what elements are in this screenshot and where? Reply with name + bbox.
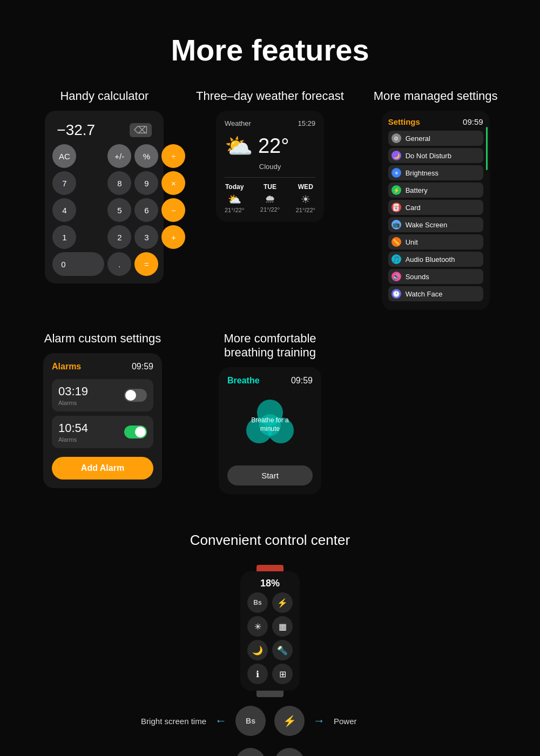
- breathe-section: More comfortable breathing training Brea…: [189, 332, 351, 494]
- calc-btn-5[interactable]: 5: [107, 198, 131, 222]
- calc-display: −32.7 ⌫: [52, 118, 156, 144]
- cc-btn-power[interactable]: ⚡: [274, 706, 305, 736]
- control-rows: Bright screen time ← Bs ⚡ → Power bright…: [81, 706, 459, 756]
- top-row: Handy calculator −32.7 ⌫ AC +/- % ÷ 7 8 …: [0, 89, 540, 310]
- calc-btn-ac[interactable]: AC: [52, 144, 76, 168]
- weather-time: 15:29: [298, 119, 315, 127]
- arrow-left-1: ←: [215, 714, 227, 728]
- calc-btn-6[interactable]: 6: [134, 198, 158, 222]
- cc-btn-qr[interactable]: ▦: [274, 748, 305, 756]
- settings-item-watchface[interactable]: 🕐 Watch Face: [388, 286, 483, 301]
- forecast-tue: TUE 🌧 21°/22°: [260, 183, 280, 213]
- alarm-time: 09:59: [132, 362, 153, 372]
- weather-temp: 22°: [258, 134, 289, 158]
- settings-item-dnd[interactable]: 🌙 Do Not Disturb: [388, 148, 483, 163]
- weather-label: Three–day weather forecast: [196, 89, 344, 103]
- alarm-title: Alarms: [52, 362, 81, 372]
- page-header: More features: [0, 0, 540, 89]
- watch-body: 18% Bs ⚡ ✳ ▦ 🌙 🔦 ℹ ⊞: [240, 571, 300, 691]
- settings-icon-watchface: 🕐: [392, 289, 401, 299]
- calc-btn-equals[interactable]: =: [134, 252, 158, 276]
- battery-display: 18%: [247, 578, 293, 589]
- settings-icon-battery: ⚡: [392, 185, 401, 195]
- control-center-label: Convenient control center: [22, 532, 518, 549]
- arrow-right-1: →: [313, 714, 325, 728]
- watch-band-bottom: [256, 691, 284, 697]
- settings-item-audiobluetooth[interactable]: 🎵 Audio Bluetooth: [388, 252, 483, 267]
- settings-item-battery[interactable]: ⚡ Battery: [388, 183, 483, 198]
- calc-btn-minus[interactable]: −: [161, 198, 185, 222]
- breathe-start[interactable]: Start: [227, 465, 313, 485]
- control-center-section: Convenient control center 18% Bs ⚡ ✳ ▦ 🌙…: [0, 521, 540, 756]
- weather-title: Weather: [225, 119, 251, 127]
- forecast-wed: WED ☀ 21°/22°: [296, 183, 315, 213]
- add-alarm-button[interactable]: Add Alarm: [52, 457, 153, 480]
- alarm-header: Alarms 09:59: [52, 362, 153, 372]
- alarm-toggle-2[interactable]: [124, 426, 147, 438]
- cc-btn-brightness[interactable]: ✳: [235, 748, 266, 756]
- settings-icon-card: 🃏: [392, 202, 401, 212]
- weather-section: Three–day weather forecast Weather 15:29…: [194, 89, 346, 222]
- cc-btn-flashlight-watch[interactable]: 🔦: [272, 640, 293, 660]
- calc-btn-1[interactable]: 1: [52, 225, 76, 249]
- settings-label: More managed settings: [374, 89, 498, 103]
- settings-icon-audiobluetooth: 🎵: [392, 254, 401, 264]
- settings-icon-general: ⚙: [392, 133, 401, 143]
- alarm-section: Alarm custom settings Alarms 09:59 03:19…: [27, 332, 178, 488]
- cc-btn-qr-watch[interactable]: ▦: [272, 616, 293, 637]
- breathe-header: Breathe 09:59: [227, 376, 313, 386]
- weather-header: Weather 15:29: [225, 119, 315, 127]
- calc-btn-9[interactable]: 9: [134, 171, 158, 195]
- settings-item-unit[interactable]: 📏 Unit: [388, 234, 483, 249]
- calc-btn-dot[interactable]: .: [107, 252, 131, 276]
- settings-item-sounds[interactable]: 🔊 Sounds: [388, 269, 483, 284]
- calculator-label: Handy calculator: [60, 89, 148, 103]
- settings-scrollbar[interactable]: [486, 127, 488, 170]
- calc-btn-divide[interactable]: ÷: [161, 144, 185, 168]
- settings-section: More managed settings Settings 09:59 ⚙ G…: [360, 89, 511, 310]
- calc-btn-0[interactable]: 0: [52, 252, 104, 276]
- weather-desc: Cloudy: [225, 163, 315, 171]
- settings-title: Settings: [388, 117, 420, 126]
- watch-visual: 18% Bs ⚡ ✳ ▦ 🌙 🔦 ℹ ⊞: [81, 565, 459, 697]
- cc-btn-info-watch[interactable]: ℹ: [247, 664, 268, 684]
- settings-item-general[interactable]: ⚙ General: [388, 131, 483, 146]
- calc-btn-7[interactable]: 7: [52, 171, 76, 195]
- cc-btn-screen-time[interactable]: Bs: [235, 706, 266, 736]
- alarm-toggle-1[interactable]: [124, 389, 147, 402]
- control-row-1: Bright screen time ← Bs ⚡ → Power: [81, 706, 459, 736]
- control-center-wrapper: 18% Bs ⚡ ✳ ▦ 🌙 🔦 ℹ ⊞ Bright screen tim: [81, 565, 459, 756]
- calc-btn-percent[interactable]: %: [134, 144, 158, 168]
- cc-btn-card-watch[interactable]: ⊞: [272, 664, 293, 684]
- settings-item-wakescreen[interactable]: 📺 Wake Screen: [388, 217, 483, 232]
- breathe-visual: Breathe for a minute: [227, 390, 313, 460]
- settings-icon-wakescreen: 📺: [392, 220, 401, 230]
- alarm-widget: Alarms 09:59 03:19 Alarms 10:54 Alarms: [43, 353, 162, 488]
- control-row-2: bright adjustment ← ✳ ▦ → APP QR code: [81, 748, 459, 756]
- calc-btn-plusminus[interactable]: +/-: [107, 144, 131, 168]
- cc-btn-power-watch[interactable]: ⚡: [272, 592, 293, 613]
- alarm-label: Alarm custom settings: [44, 332, 161, 346]
- cc-btn-dnd-watch[interactable]: 🌙: [247, 640, 268, 660]
- settings-icon-brightness: ✳: [392, 168, 401, 178]
- alarm-item-2: 10:54 Alarms: [52, 416, 153, 448]
- settings-icon-sounds: 🔊: [392, 272, 401, 281]
- alarm-time-2: 10:54 Alarms: [58, 421, 88, 443]
- calc-btn-4[interactable]: 4: [52, 198, 76, 222]
- calc-btn-2[interactable]: 2: [107, 225, 131, 249]
- calc-btn-8[interactable]: 8: [107, 171, 131, 195]
- breathe-widget: Breathe 09:59 Breathe for a minute Start: [219, 367, 321, 494]
- settings-item-brightness[interactable]: ✳ Brightness: [388, 165, 483, 180]
- calc-backspace[interactable]: ⌫: [130, 123, 152, 137]
- calc-btn-plus[interactable]: +: [161, 225, 185, 249]
- watch-cc-grid: Bs ⚡ ✳ ▦ 🌙 🔦 ℹ ⊞: [247, 592, 293, 684]
- settings-item-card[interactable]: 🃏 Card: [388, 200, 483, 215]
- cc-btn-screentime[interactable]: Bs: [247, 592, 268, 613]
- weather-main: ⛅ 22°: [225, 133, 315, 159]
- breathe-message: Breathe for a minute: [246, 416, 294, 433]
- calc-btn-multiply[interactable]: ×: [161, 171, 185, 195]
- page-title: More features: [0, 32, 540, 68]
- cc-btn-brightness-watch[interactable]: ✳: [247, 616, 268, 637]
- calc-btn-3[interactable]: 3: [134, 225, 158, 249]
- settings-time: 09:59: [463, 117, 483, 126]
